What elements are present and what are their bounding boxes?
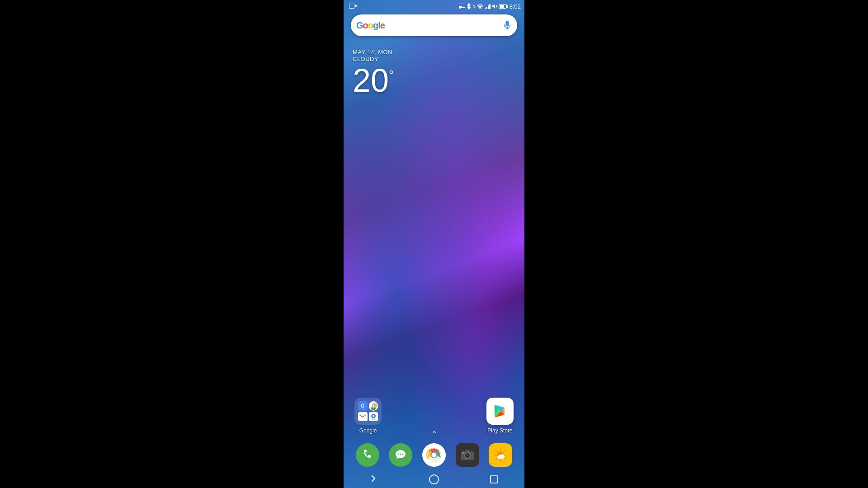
app-row: G [351, 398, 517, 434]
mute-icon [492, 4, 497, 9]
svg-point-24 [431, 453, 436, 458]
microphone-icon[interactable] [503, 21, 512, 30]
home-circle-icon [429, 474, 439, 484]
phone-frame: N [344, 0, 524, 488]
svg-point-28 [467, 455, 468, 456]
svg-rect-7 [505, 21, 509, 26]
bluetooth-icon [467, 3, 471, 9]
signal-bars-icon [485, 4, 491, 9]
play-store-icon [486, 398, 514, 425]
swipe-up-indicator: ⌃ [431, 429, 438, 439]
dock [344, 439, 524, 471]
right-panel [524, 0, 868, 488]
cast-icon [459, 4, 465, 9]
google-search-bar[interactable]: Google [351, 14, 517, 36]
svg-line-39 [496, 458, 497, 460]
svg-rect-13 [359, 414, 366, 419]
svg-rect-30 [462, 452, 464, 454]
weather-date: MAY 14, MON [353, 49, 515, 56]
status-time: 8:02 [509, 3, 521, 10]
nfc-icon: N [472, 4, 476, 9]
svg-point-18 [400, 454, 401, 455]
chrome-mini-icon [369, 401, 378, 411]
status-left [349, 3, 357, 9]
weather-dock-icon[interactable] [489, 443, 512, 467]
svg-line-37 [504, 458, 505, 460]
svg-marker-4 [492, 4, 495, 9]
google-logo: Google [356, 20, 385, 31]
svg-point-3 [479, 9, 480, 9]
wifi-icon [477, 4, 483, 9]
svg-point-2 [459, 8, 461, 9]
status-right: N [459, 3, 521, 10]
svg-point-15 [373, 415, 374, 417]
status-bar: N [344, 0, 524, 13]
google-mini-g-icon: G [358, 401, 368, 411]
camera-dock-icon[interactable] [456, 443, 479, 467]
svg-point-42 [500, 455, 504, 458]
svg-point-12 [372, 405, 374, 407]
back-button[interactable] [366, 471, 382, 488]
svg-line-36 [496, 450, 497, 452]
chrome-dock-icon[interactable] [422, 443, 446, 467]
svg-line-38 [504, 450, 505, 452]
play-store-app[interactable]: Play Store [486, 398, 514, 434]
google-app-label: Google [359, 427, 377, 434]
weather-condition: CLOUDY [353, 56, 515, 62]
recents-button[interactable] [486, 471, 502, 488]
phone-dock-icon[interactable] [356, 443, 379, 467]
home-button[interactable] [426, 471, 442, 488]
google-folder-icon: G [354, 398, 382, 425]
nav-bar [344, 471, 524, 488]
left-panel [0, 0, 344, 488]
video-camera-icon [349, 3, 357, 9]
weather-widget: MAY 14, MON CLOUDY 20° [344, 36, 524, 102]
apps-area: G [344, 398, 524, 434]
svg-rect-29 [465, 450, 470, 452]
weather-temperature: 20° [353, 64, 515, 97]
phone-content: N [344, 0, 524, 488]
svg-point-17 [398, 454, 399, 455]
play-store-label: Play Store [487, 427, 512, 434]
maps-mini-icon [369, 412, 378, 422]
messages-dock-icon[interactable] [389, 443, 412, 467]
gmail-mini-icon [358, 412, 368, 422]
battery-icon [499, 4, 508, 9]
google-folder-app[interactable]: G [354, 398, 382, 434]
recents-square-icon [490, 475, 498, 483]
svg-point-19 [402, 454, 404, 455]
